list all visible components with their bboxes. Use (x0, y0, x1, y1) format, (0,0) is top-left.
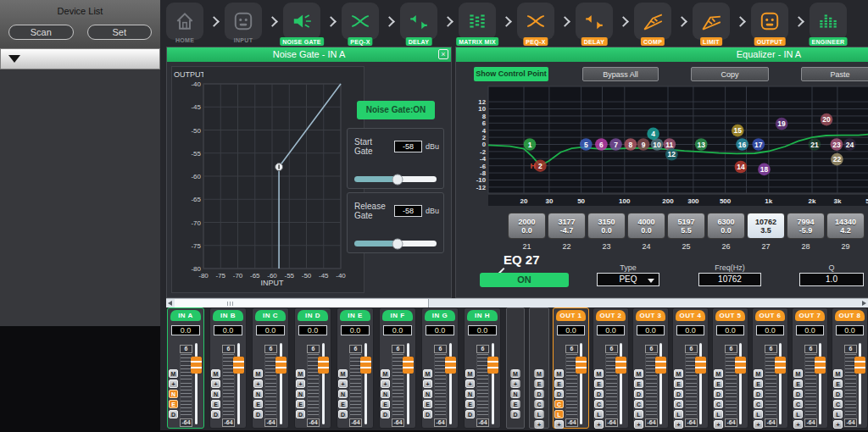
fader-handle[interactable] (775, 357, 786, 374)
channel-button-plus[interactable]: + (833, 420, 843, 429)
channel-button-m[interactable]: M (253, 369, 263, 378)
output-strip-out-3[interactable]: OUT 30.0MEDCL+6-64 (632, 307, 669, 429)
toolbar-item-noise-gate[interactable]: NOISE GATE (283, 3, 320, 46)
channel-button-m[interactable]: M (554, 369, 564, 378)
channel-button-c[interactable]: C (634, 400, 643, 408)
channel-button-plus[interactable]: + (634, 420, 643, 429)
channel-button-l[interactable]: L (554, 410, 564, 418)
channel-button-n[interactable]: N (338, 390, 348, 398)
input-strip-in-e[interactable]: IN E0.0M+NED6-64 (337, 307, 374, 429)
eq-band-button[interactable]: 51975.5 (667, 213, 705, 239)
channel-button-l[interactable]: L (793, 410, 803, 418)
noise-gate-on-toggle[interactable]: Noise Gate:ON (357, 101, 435, 119)
input-strip-in-a[interactable]: IN A0.0M+NED6-64 (167, 307, 204, 429)
channel-button-m[interactable]: M (714, 369, 723, 378)
fader-handle[interactable] (815, 357, 826, 374)
channel-button-e[interactable]: E (833, 379, 843, 388)
channel-button-m[interactable]: M (754, 369, 763, 378)
channel-button-c[interactable]: C (793, 400, 803, 408)
channel-button-d[interactable]: D (211, 410, 220, 418)
toolbar-item-home[interactable]: HOME (166, 3, 203, 46)
channel-button-l[interactable]: L (833, 410, 843, 418)
output-strip-out-2[interactable]: OUT 20.0MEDCL+6-64 (593, 307, 629, 429)
channel-button-m[interactable]: M (423, 369, 432, 378)
eq-band-button[interactable]: 40000.0 (627, 213, 665, 239)
eq-band-button[interactable]: 107623.5 (747, 213, 785, 239)
channel-button-m[interactable]: M (338, 369, 348, 378)
utility-button-d[interactable]: D (535, 390, 544, 398)
horizontal-scrollbar[interactable] (166, 298, 868, 307)
toolbar-item-delay-output[interactable]: DELAY (576, 3, 613, 46)
channel-button-plus[interactable]: + (423, 379, 432, 388)
channel-button-plus[interactable]: + (793, 420, 803, 429)
output-strip-out-8[interactable]: OUT 80.0MEDCL+6-64 (832, 307, 868, 429)
channel-button-m[interactable]: M (594, 369, 604, 378)
channel-button-d[interactable]: D (793, 390, 803, 398)
channel-button-l[interactable]: L (754, 410, 763, 418)
toolbar-item-matrix-mix[interactable]: MATRIX MIX (459, 3, 496, 46)
eq-band-button[interactable]: 143404.2 (826, 213, 865, 239)
fader-handle[interactable] (854, 357, 865, 374)
fader-handle[interactable] (735, 357, 746, 374)
channel-button-m[interactable]: M (793, 369, 803, 378)
channel-button-e[interactable]: E (594, 379, 604, 388)
channel-button-d[interactable]: D (833, 390, 843, 398)
equalizer-response-chart[interactable]: 121086420-2-4-6-8-10-1220305010020030050… (469, 86, 868, 208)
input-strip-in-g[interactable]: IN G0.0M+NED6-64 (421, 307, 459, 429)
output-strip-out-6[interactable]: OUT 60.0MEDCL+6-64 (752, 307, 788, 429)
utility-button-m[interactable]: M (511, 369, 520, 378)
channel-button-e[interactable]: E (793, 379, 803, 388)
channel-button-n[interactable]: N (465, 390, 475, 398)
channel-button-n[interactable]: N (211, 390, 220, 398)
start-gate-value-field[interactable]: -58 (394, 141, 422, 152)
utility-button-c[interactable]: C (535, 400, 544, 408)
channel-button-plus[interactable]: + (381, 379, 390, 388)
release-gate-slider-handle[interactable] (392, 238, 403, 249)
channel-button-plus[interactable]: + (338, 379, 348, 388)
input-strip-in-h[interactable]: IN H0.0M+NED6-64 (464, 307, 501, 429)
toolbar-item-peq-x-input[interactable]: PEQ-X (342, 3, 379, 46)
close-icon[interactable]: × (438, 49, 448, 59)
toolbar-item-delay-input[interactable]: DELAY (400, 3, 437, 46)
eq-band-button[interactable]: 7994-5.9 (787, 213, 825, 239)
input-strip-in-f[interactable]: IN F0.0M+NED6-64 (379, 307, 416, 429)
channel-button-n[interactable]: N (381, 390, 390, 398)
fader-handle[interactable] (318, 357, 329, 374)
channel-button-e[interactable]: E (211, 400, 220, 408)
toolbar-item-comp[interactable]: COMP (634, 3, 671, 46)
channel-button-d[interactable]: D (296, 410, 305, 418)
channel-button-l[interactable]: L (594, 410, 604, 418)
show-control-point-button[interactable]: Show Control Point (474, 67, 548, 81)
channel-button-plus[interactable]: + (169, 379, 178, 388)
channel-button-l[interactable]: L (714, 410, 723, 418)
channel-button-plus[interactable]: + (714, 420, 723, 429)
channel-button-d[interactable]: D (253, 410, 263, 418)
toolbar-item-limit[interactable]: LIMIT (693, 3, 730, 46)
eq-band-button[interactable]: 63000.0 (707, 213, 745, 239)
channel-button-plus[interactable]: + (296, 379, 305, 388)
toolbar-item-engineer[interactable]: ENGINEER (810, 3, 847, 46)
channel-button-d[interactable]: D (423, 410, 432, 418)
channel-button-m[interactable]: M (381, 369, 390, 378)
channel-button-e[interactable]: E (674, 379, 683, 388)
start-gate-slider[interactable] (354, 176, 437, 182)
channel-button-e[interactable]: E (554, 379, 564, 388)
release-gate-slider[interactable] (354, 241, 437, 246)
channel-button-e[interactable]: E (296, 400, 305, 408)
channel-button-d[interactable]: D (674, 390, 683, 398)
output-strip-out-4[interactable]: OUT 40.0MEDCL+6-64 (672, 307, 709, 429)
channel-button-n[interactable]: N (253, 390, 263, 398)
channel-button-d[interactable]: D (714, 390, 723, 398)
channel-button-d[interactable]: D (634, 390, 643, 398)
scroll-left-arrow-icon[interactable] (168, 301, 172, 306)
channel-button-n[interactable]: N (296, 390, 305, 398)
release-gate-value-field[interactable]: -58 (394, 205, 422, 217)
channel-button-d[interactable]: D (594, 390, 604, 398)
input-strip-in-d[interactable]: IN D0.0M+NED6-64 (294, 307, 331, 429)
set-button[interactable]: Set (87, 25, 153, 40)
device-dropdown[interactable] (0, 48, 160, 69)
channel-button-e[interactable]: E (423, 400, 432, 408)
channel-button-m[interactable]: M (833, 369, 843, 378)
channel-button-e[interactable]: E (634, 379, 643, 388)
type-dropdown[interactable]: PEQ (597, 273, 659, 286)
